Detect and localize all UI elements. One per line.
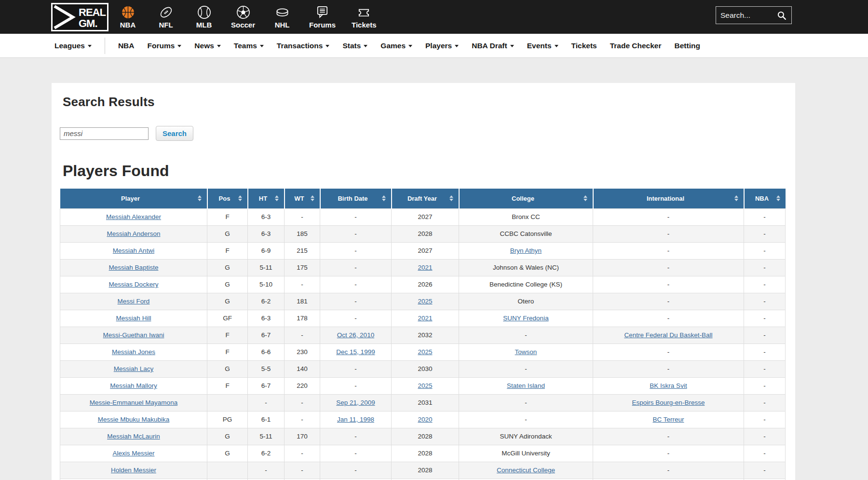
table-row: Messiah HillGF6-3178-2021SUNY Fredonia-- — [60, 310, 786, 327]
draft-year-link[interactable]: 2025 — [418, 298, 432, 305]
nav-item-leagues[interactable]: Leagues — [54, 41, 92, 50]
cell-pos: G — [207, 293, 248, 310]
search-icon[interactable] — [776, 10, 787, 21]
column-header-international[interactable]: International — [593, 189, 744, 208]
nav-item-events[interactable]: Events — [527, 41, 558, 50]
chevron-down-icon — [326, 45, 329, 47]
player-link[interactable]: Messi-Guethan Iwani — [103, 331, 164, 339]
cell-wt: - — [285, 276, 320, 293]
international-link[interactable]: Centre Federal Du Basket-Ball — [624, 331, 712, 339]
nav-item-nba[interactable]: NBA — [118, 41, 135, 50]
player-link[interactable]: Messias Dockery — [109, 281, 159, 288]
nav-item-tickets[interactable]: Tickets — [571, 41, 597, 50]
international-link[interactable]: BK Iskra Svit — [650, 382, 687, 389]
search-button[interactable]: Search — [156, 126, 193, 141]
cell-draft-year: 2025 — [392, 293, 459, 310]
draft-year-link[interactable]: 2021 — [418, 264, 432, 271]
nav-item-forums[interactable]: Forums — [147, 41, 181, 50]
draft-year-link[interactable]: 2025 — [418, 348, 432, 356]
cell-pos: F — [207, 327, 248, 343]
nav-item-games[interactable]: Games — [380, 41, 412, 50]
cell-player: Messi-Guethan Iwani — [60, 327, 207, 343]
column-header-player[interactable]: Player — [60, 189, 207, 208]
player-link[interactable]: Messiah Hill — [116, 315, 151, 322]
player-link[interactable]: Messi Ford — [118, 298, 150, 305]
draft-year-link[interactable]: 2021 — [418, 315, 432, 322]
cell-birth-date: - — [320, 310, 392, 327]
international-link[interactable]: Espoirs Bourg-en-Bresse — [632, 399, 705, 406]
table-row: Messi-Guethan IwaniF6-7-Oct 26, 20102032… — [60, 327, 786, 343]
player-link[interactable]: Messie-Emmanuel Mayamona — [90, 399, 177, 406]
draft-year-link[interactable]: 2020 — [418, 416, 432, 423]
cell-wt: - — [285, 394, 320, 411]
cell-college: Staten Island — [459, 377, 593, 394]
sports-nav-tickets[interactable]: Tickets — [352, 5, 376, 29]
cell-draft-year: 2028 — [392, 428, 459, 445]
realgm-logo[interactable]: REAL GM. — [51, 3, 108, 31]
nav-item-transactions[interactable]: Transactions — [277, 41, 330, 50]
sports-nav-nhl[interactable]: NHL — [271, 5, 293, 29]
sports-nav-forums[interactable]: Forums — [309, 5, 336, 29]
cell-draft-year: 2028 — [392, 462, 459, 479]
column-header-ht[interactable]: HT — [248, 189, 285, 208]
column-header-wt[interactable]: WT — [285, 189, 320, 208]
cell-draft-year: 2032 — [392, 327, 459, 343]
sports-nav-mlb[interactable]: MLB — [193, 5, 215, 29]
player-link[interactable]: Messiah Alexander — [106, 213, 161, 220]
nav-item-label: Transactions — [277, 41, 323, 50]
column-header-pos[interactable]: Pos — [207, 189, 248, 208]
nav-item-teams[interactable]: Teams — [234, 41, 264, 50]
international-link[interactable]: BC Terreur — [652, 416, 684, 423]
player-link[interactable]: Holden Messier — [111, 466, 156, 474]
column-header-label: Draft Year — [407, 195, 437, 202]
player-link[interactable]: Messiah Jones — [112, 348, 155, 356]
college-link[interactable]: Connecticut College — [497, 466, 555, 474]
player-link[interactable]: Messiah Mallory — [110, 382, 157, 389]
cell-international: - — [593, 445, 744, 462]
cell-draft-year: 2027 — [392, 242, 459, 259]
column-header-college[interactable]: College — [459, 189, 593, 208]
birth-date-link[interactable]: Jan 11, 1998 — [337, 416, 374, 423]
sports-nav-nfl[interactable]: NFL — [155, 5, 177, 29]
sports-nav-nba[interactable]: NBA — [117, 5, 139, 29]
nav-item-news[interactable]: News — [194, 41, 221, 50]
header-search-input[interactable] — [720, 11, 776, 20]
player-link[interactable]: Messiah Baptiste — [109, 264, 159, 271]
chevron-down-icon — [177, 45, 181, 47]
college-link[interactable]: SUNY Fredonia — [503, 315, 548, 322]
nav-item-trade-checker[interactable]: Trade Checker — [610, 41, 662, 50]
cell-wt: - — [285, 462, 320, 479]
player-link[interactable]: Messie Mbuku Makubika — [98, 416, 170, 423]
college-link[interactable]: Staten Island — [507, 382, 545, 389]
cell-player: Messias Dockery — [60, 276, 207, 293]
birth-date-link[interactable]: Sep 21, 2009 — [336, 399, 375, 406]
player-link[interactable]: Messiah Lacy — [114, 365, 154, 372]
player-link[interactable]: Alexis Messier — [112, 450, 154, 457]
query-input[interactable] — [60, 127, 149, 140]
baseball-icon — [197, 5, 212, 20]
cell-draft-year: 2027 — [392, 208, 459, 225]
nav-item-betting[interactable]: Betting — [675, 41, 700, 50]
player-link[interactable]: Messiah Anderson — [107, 230, 160, 237]
college-link[interactable]: Bryn Athyn — [510, 247, 542, 254]
sports-nav-soccer[interactable]: Soccer — [231, 5, 255, 29]
nav-item-stats[interactable]: Stats — [342, 41, 367, 50]
nav-item-nba-draft[interactable]: NBA Draft — [472, 41, 514, 50]
column-header-draft-year[interactable]: Draft Year — [392, 189, 459, 208]
cell-ht: 6-3 — [248, 310, 285, 327]
cell-nba: - — [744, 225, 786, 242]
cell-player: Holden Messier — [60, 462, 207, 479]
birth-date-link[interactable]: Dec 15, 1999 — [336, 348, 375, 356]
cell-nba: - — [744, 293, 786, 310]
college-link[interactable]: Towson — [515, 348, 537, 356]
sports-nav-label: MLB — [196, 21, 212, 29]
birth-date-link[interactable]: Oct 26, 2010 — [337, 331, 374, 339]
cell-international: - — [593, 428, 744, 445]
cell-college: - — [459, 360, 593, 377]
draft-year-link[interactable]: 2025 — [418, 382, 432, 389]
player-link[interactable]: Messiah Antwi — [113, 247, 154, 254]
column-header-nba[interactable]: NBA — [744, 189, 786, 208]
column-header-birth-date[interactable]: Birth Date — [320, 189, 392, 208]
nav-item-players[interactable]: Players — [425, 41, 459, 50]
player-link[interactable]: Messiah McLaurin — [107, 433, 160, 440]
